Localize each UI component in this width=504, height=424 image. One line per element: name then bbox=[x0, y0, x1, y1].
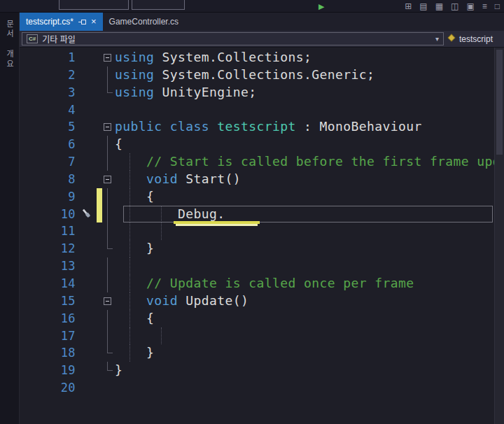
bookmarks-icon[interactable]: ▤ bbox=[419, 1, 427, 12]
glyph-margin bbox=[78, 240, 97, 257]
line-number[interactable]: 1 bbox=[20, 49, 78, 66]
code-text[interactable]: } bbox=[115, 240, 494, 257]
screwdriver-quick-action-icon[interactable] bbox=[78, 206, 97, 223]
code-line[interactable]: 17 bbox=[20, 327, 494, 345]
fold-toggle-icon[interactable] bbox=[104, 176, 111, 183]
split-window-icon[interactable]: ◫ bbox=[451, 1, 458, 12]
code-line[interactable]: 13 bbox=[20, 257, 494, 275]
code-text[interactable]: { bbox=[115, 136, 494, 153]
code-line[interactable]: 4 bbox=[20, 101, 494, 119]
code-line[interactable]: 2using System.Collections.Generic; bbox=[20, 66, 494, 84]
code-text[interactable] bbox=[115, 327, 494, 345]
change-tracking-margin bbox=[97, 188, 102, 206]
code-line[interactable]: 8 void Start() bbox=[20, 171, 494, 188]
toolbar-dropdown[interactable] bbox=[132, 0, 185, 10]
line-number[interactable]: 11 bbox=[20, 222, 78, 240]
code-line[interactable]: 9 { bbox=[20, 188, 494, 206]
code-text[interactable]: } bbox=[115, 344, 494, 362]
code-token: } bbox=[115, 241, 154, 255]
code-text[interactable] bbox=[115, 101, 494, 119]
code-line[interactable]: 15 void Update() bbox=[20, 292, 494, 310]
line-number[interactable]: 17 bbox=[20, 327, 78, 345]
code-text[interactable]: } bbox=[115, 362, 494, 379]
line-number[interactable]: 15 bbox=[20, 292, 78, 310]
code-line[interactable]: 5public class testscript : MonoBehaviour bbox=[20, 118, 494, 136]
line-number[interactable]: 19 bbox=[20, 362, 78, 379]
line-number[interactable]: 20 bbox=[20, 379, 78, 397]
code-text[interactable] bbox=[115, 379, 494, 397]
code-text[interactable]: // Start is called before the first fram… bbox=[115, 153, 494, 171]
fold-scope-line bbox=[107, 206, 108, 223]
fold-margin bbox=[102, 206, 115, 223]
change-tracking-margin bbox=[97, 240, 102, 257]
glyph-margin bbox=[78, 188, 97, 206]
code-line[interactable]: 10 Debug. bbox=[20, 206, 494, 223]
line-number[interactable]: 12 bbox=[20, 240, 78, 257]
pin-icon[interactable] bbox=[78, 17, 87, 27]
line-number[interactable]: 14 bbox=[20, 275, 78, 292]
project-dropdown[interactable]: C# 기타 파일 ▾ bbox=[22, 32, 444, 45]
chevron-down-icon[interactable]: ▾ bbox=[435, 35, 439, 43]
line-number[interactable]: 18 bbox=[20, 344, 78, 362]
change-tracking-margin bbox=[97, 327, 102, 345]
close-icon[interactable]: × bbox=[91, 17, 97, 26]
code-text[interactable]: { bbox=[115, 188, 494, 206]
menu-icon[interactable]: ≡ bbox=[482, 1, 487, 12]
top-toolbar: ▶ ⊞▤▦◫▣≡□ bbox=[0, 0, 504, 13]
code-line[interactable]: 20 bbox=[20, 379, 494, 397]
code-text[interactable]: // Update is called once per frame bbox=[115, 275, 494, 292]
toolbox-icon[interactable]: ▦ bbox=[435, 1, 443, 12]
code-text[interactable] bbox=[115, 257, 494, 275]
line-number[interactable]: 16 bbox=[20, 310, 78, 327]
code-line[interactable]: 14 // Update is called once per frame bbox=[20, 275, 494, 292]
code-line[interactable]: 19} bbox=[20, 362, 494, 379]
code-text[interactable]: Debug. bbox=[115, 206, 494, 223]
scrollbar-thumb[interactable] bbox=[496, 50, 503, 155]
code-line[interactable]: 7 // Start is called before the first fr… bbox=[20, 153, 494, 171]
toolbar-dropdown[interactable] bbox=[59, 0, 129, 10]
code-editor[interactable]: 1using System.Collections;2using System.… bbox=[20, 48, 504, 424]
line-number[interactable]: 4 bbox=[20, 101, 78, 119]
line-number[interactable]: 2 bbox=[20, 66, 78, 84]
line-number[interactable]: 6 bbox=[20, 136, 78, 153]
document-tabbar: testscript.cs* × GameController.cs bbox=[20, 13, 504, 31]
code-line[interactable]: 12 } bbox=[20, 240, 494, 257]
change-tracking-margin bbox=[97, 84, 102, 101]
fold-toggle-icon[interactable] bbox=[104, 54, 111, 62]
code-line[interactable]: 16 { bbox=[20, 310, 494, 327]
code-token bbox=[209, 119, 217, 134]
properties-icon[interactable]: □ bbox=[495, 1, 500, 12]
tab-testscript[interactable]: testscript.cs* × bbox=[20, 13, 103, 31]
run-icon[interactable]: ▶ bbox=[318, 1, 324, 12]
solution-explorer-icon[interactable]: ▣ bbox=[466, 1, 474, 12]
code-line[interactable]: 3using UnityEngine; bbox=[20, 84, 494, 101]
navigation-bar: C# 기타 파일 ▾ testscript bbox=[20, 31, 504, 48]
line-number[interactable]: 13 bbox=[20, 257, 78, 275]
code-token: Start() bbox=[178, 171, 241, 186]
code-text[interactable]: using UnityEngine; bbox=[115, 84, 494, 101]
type-dropdown[interactable]: testscript bbox=[447, 34, 502, 44]
line-number[interactable]: 7 bbox=[20, 153, 78, 171]
code-text[interactable]: { bbox=[115, 310, 494, 327]
find-in-files-icon[interactable]: ⊞ bbox=[405, 1, 412, 12]
code-text[interactable]: void Start() bbox=[115, 171, 494, 188]
tab-gamecontroller[interactable]: GameController.cs bbox=[103, 13, 185, 31]
line-number[interactable]: 5 bbox=[20, 118, 78, 136]
fold-margin bbox=[102, 292, 115, 310]
line-number[interactable]: 10 bbox=[20, 206, 78, 223]
code-text[interactable]: using System.Collections; bbox=[115, 49, 494, 66]
code-line[interactable]: 1using System.Collections; bbox=[20, 49, 494, 66]
fold-toggle-icon[interactable] bbox=[104, 297, 111, 305]
code-text[interactable]: using System.Collections.Generic; bbox=[115, 66, 494, 84]
line-number[interactable]: 9 bbox=[20, 188, 78, 206]
sidebar-item-document-outline[interactable]: 문서 개요 bbox=[4, 20, 15, 424]
code-line[interactable]: 6{ bbox=[20, 136, 494, 153]
code-line[interactable]: 18 } bbox=[20, 344, 494, 362]
line-number[interactable]: 8 bbox=[20, 171, 78, 188]
code-text[interactable]: void Update() bbox=[115, 292, 494, 310]
line-number[interactable]: 3 bbox=[20, 84, 78, 101]
fold-toggle-icon[interactable] bbox=[104, 123, 111, 131]
vertical-scrollbar[interactable] bbox=[494, 48, 504, 424]
code-text[interactable]: public class testscript : MonoBehaviour bbox=[115, 118, 494, 136]
code-text[interactable] bbox=[115, 222, 494, 240]
